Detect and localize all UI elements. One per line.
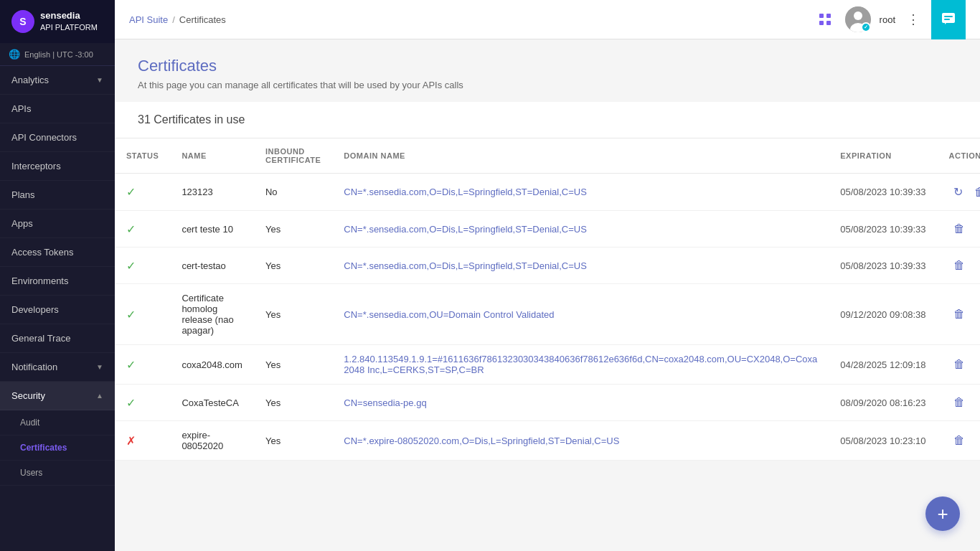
domain-link[interactable]: CN=*.sensedia.com,O=Dis,L=Springfield,ST… <box>344 224 587 235</box>
sidebar-subitem-users[interactable]: Users <box>0 461 115 486</box>
cell-expiration: 09/12/2020 09:08:38 <box>829 284 937 345</box>
avatar-verified-badge <box>861 22 871 32</box>
domain-link[interactable]: 1.2.840.113549.1.9.1=#1611636f7861323030… <box>344 354 817 375</box>
cell-actions: 🗑 <box>938 284 980 345</box>
certificates-tbody: ✓123123NoCN=*.sensedia.com,O=Dis,L=Sprin… <box>115 174 980 461</box>
cell-status: ✓ <box>115 174 170 211</box>
table-row: ✓CoxaTesteCAYesCN=sensedia-pe.gq08/09/20… <box>115 385 980 421</box>
table-row: ✓cert-testaoYesCN=*.sensedia.com,O=Dis,L… <box>115 248 980 284</box>
col-actions: ACTIONS <box>938 138 980 174</box>
locale-selector[interactable]: 🌐 English | UTC -3:00 <box>0 43 115 66</box>
svg-rect-3 <box>826 21 831 25</box>
domain-link[interactable]: CN=*.sensedia.com,O=Dis,L=Springfield,ST… <box>344 260 587 271</box>
col-domain: DOMAIN NAME <box>332 138 829 174</box>
cell-status: ✗ <box>115 421 170 461</box>
sidebar: S sensedia API PLATFORM 🌐 English | UTC … <box>0 0 115 551</box>
cell-status: ✓ <box>115 345 170 385</box>
svg-point-5 <box>854 11 862 20</box>
cell-status: ✓ <box>115 385 170 421</box>
svg-rect-8 <box>944 16 953 17</box>
table-row: ✓123123NoCN=*.sensedia.com,O=Dis,L=Sprin… <box>115 174 980 211</box>
app-header: API Suite / Certificates <box>115 0 980 39</box>
chevron-icon: ▲ <box>96 392 103 400</box>
delete-button[interactable]: 🗑 <box>949 393 969 412</box>
status-ok-icon: ✓ <box>126 359 136 371</box>
cell-name: 123123 <box>170 174 254 211</box>
actions-container: ↻🗑 <box>949 182 980 202</box>
status-ok-icon: ✓ <box>126 397 136 409</box>
cell-domain: CN=*.sensedia.com,O=Dis,L=Springfield,ST… <box>332 174 829 211</box>
cell-status: ✓ <box>115 211 170 248</box>
cell-domain: 1.2.840.113549.1.9.1=#1611636f7861323030… <box>332 345 829 385</box>
table-row: ✓coxa2048.comYes1.2.840.113549.1.9.1=#16… <box>115 345 980 385</box>
sidebar-item-api-connectors[interactable]: API Connectors <box>0 123 115 152</box>
refresh-button[interactable]: ↻ <box>949 182 967 202</box>
cell-domain: CN=sensedia-pe.gq <box>332 385 829 421</box>
delete-button[interactable]: 🗑 <box>970 183 980 202</box>
sidebar-item-developers[interactable]: Developers <box>0 296 115 324</box>
grid-menu-button[interactable] <box>814 8 837 31</box>
domain-link[interactable]: CN=*.expire-08052020.com,O=Dis,L=Springf… <box>344 435 619 446</box>
table-row: ✓Certificate homolog release (nao apagar… <box>115 284 980 345</box>
domain-link[interactable]: CN=*.sensedia.com,O=Dis,L=Springfield,ST… <box>344 187 587 197</box>
plus-icon: + <box>937 503 948 525</box>
domain-link[interactable]: CN=sensedia-pe.gq <box>344 397 426 408</box>
cell-inbound: Yes <box>254 385 332 421</box>
cell-actions: 🗑 <box>938 421 980 461</box>
cell-expiration: 05/08/2023 10:39:33 <box>829 174 937 211</box>
sidebar-subitem-label: Certificates <box>20 443 67 453</box>
breadcrumb: API Suite / Certificates <box>129 14 226 25</box>
sidebar-item-label: General Trace <box>11 333 70 344</box>
status-ok-icon: ✓ <box>126 260 136 272</box>
cell-inbound: No <box>254 174 332 211</box>
delete-button[interactable]: 🗑 <box>949 431 969 450</box>
chat-button[interactable] <box>931 0 966 39</box>
status-ok-icon: ✓ <box>126 309 136 321</box>
actions-container: 🗑 <box>949 431 980 450</box>
status-ok-icon: ✓ <box>126 186 136 198</box>
table-row: ✓cert teste 10YesCN=*.sensedia.com,O=Dis… <box>115 211 980 248</box>
delete-button[interactable]: 🗑 <box>949 220 969 238</box>
cell-domain: CN=*.sensedia.com,OU=Domain Control Vali… <box>332 284 829 345</box>
actions-container: 🗑 <box>949 305 980 324</box>
sidebar-item-analytics[interactable]: Analytics ▼ <box>0 66 115 95</box>
cell-expiration: 05/08/2023 10:23:10 <box>829 421 937 461</box>
sidebar-item-label: Notification <box>11 362 57 372</box>
sidebar-item-general-trace[interactable]: General Trace <box>0 324 115 353</box>
sidebar-item-label: API Connectors <box>11 132 77 143</box>
cell-expiration: 04/28/2025 12:09:18 <box>829 345 937 385</box>
sidebar-subitem-audit[interactable]: Audit <box>0 410 115 435</box>
delete-button[interactable]: 🗑 <box>949 355 969 374</box>
main-area: API Suite / Certificates <box>115 0 980 551</box>
svg-rect-1 <box>826 14 831 18</box>
sidebar-item-label: Analytics <box>11 75 49 85</box>
sidebar-item-interceptors[interactable]: Interceptors <box>0 152 115 181</box>
sidebar-item-apps[interactable]: Apps <box>0 209 115 238</box>
locale-label: English | UTC -3:00 <box>24 50 93 59</box>
add-certificate-button[interactable]: + <box>925 496 960 531</box>
certificates-section: 31 Certificates in use STATUS NAME INBOU… <box>115 102 980 461</box>
cell-domain: CN=*.sensedia.com,O=Dis,L=Springfield,ST… <box>332 248 829 284</box>
domain-link[interactable]: CN=*.sensedia.com,OU=Domain Control Vali… <box>344 309 554 320</box>
sidebar-item-environments[interactable]: Environments <box>0 267 115 296</box>
delete-button[interactable]: 🗑 <box>949 256 969 275</box>
sidebar-item-notification[interactable]: Notification ▼ <box>0 353 115 382</box>
col-status: STATUS <box>115 138 170 174</box>
delete-button[interactable]: 🗑 <box>949 305 969 324</box>
user-menu-button[interactable]: ⋮ <box>904 9 923 30</box>
sidebar-item-access-tokens[interactable]: Access Tokens <box>0 238 115 267</box>
header-right: root ⋮ <box>814 0 966 39</box>
certificates-table: STATUS NAME INBOUNDCERTIFICATE DOMAIN NA… <box>115 138 980 461</box>
user-avatar-wrapper[interactable] <box>845 6 871 32</box>
breadcrumb-parent[interactable]: API Suite <box>129 14 168 25</box>
cell-domain: CN=*.expire-08052020.com,O=Dis,L=Springf… <box>332 421 829 461</box>
actions-container: 🗑 <box>949 256 980 275</box>
sidebar-item-security[interactable]: Security ▲ <box>0 382 115 410</box>
status-error-icon: ✗ <box>126 435 136 447</box>
col-inbound: INBOUNDCERTIFICATE <box>254 138 332 174</box>
sidebar-subitem-certificates[interactable]: Certificates <box>0 435 115 461</box>
sidebar-item-apis[interactable]: APIs <box>0 95 115 123</box>
sidebar-item-plans[interactable]: Plans <box>0 181 115 209</box>
sidebar-item-label: Interceptors <box>11 161 61 171</box>
actions-container: 🗑 <box>949 393 980 412</box>
